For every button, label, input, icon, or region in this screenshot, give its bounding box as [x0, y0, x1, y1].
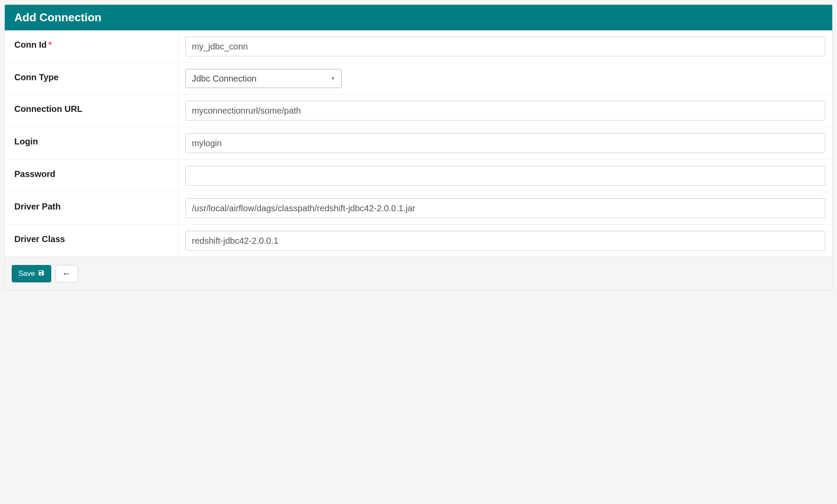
label-driver-path: Driver Path [5, 192, 178, 224]
connection-url-input[interactable] [185, 101, 825, 121]
label-driver-path-text: Driver Path [14, 202, 61, 212]
row-conn-type: Conn Type Jdbc Connection ▼ [5, 63, 832, 95]
label-login-text: Login [14, 137, 38, 147]
row-password: Password [5, 160, 832, 192]
cell-conn-id [178, 30, 832, 62]
save-button-label: Save [18, 269, 35, 278]
label-conn-id-text: Conn Id [14, 40, 46, 50]
driver-class-input[interactable] [185, 231, 825, 251]
label-login: Login [5, 127, 178, 159]
label-password: Password [5, 160, 178, 192]
panel-header: Add Connection [5, 5, 832, 30]
cell-password [178, 160, 832, 192]
cell-connection-url [178, 95, 832, 127]
add-connection-panel: Add Connection Conn Id * Conn Type Jdbc … [4, 4, 833, 291]
row-connection-url: Connection URL [5, 95, 832, 127]
required-asterisk-icon: * [48, 40, 52, 50]
arrow-left-icon: ← [62, 269, 72, 278]
save-button[interactable]: Save [12, 265, 51, 282]
label-connection-url-text: Connection URL [14, 104, 82, 114]
cell-driver-path [178, 192, 832, 224]
login-input[interactable] [185, 133, 825, 153]
label-conn-type-text: Conn Type [14, 72, 59, 82]
cell-conn-type: Jdbc Connection ▼ [178, 63, 832, 94]
row-login: Login [5, 127, 832, 160]
save-icon [38, 269, 45, 278]
connection-form: Conn Id * Conn Type Jdbc Connection ▼ [5, 30, 832, 257]
label-driver-class: Driver Class [5, 225, 178, 257]
password-input[interactable] [185, 166, 825, 186]
conn-type-select-value: Jdbc Connection [185, 69, 342, 88]
panel-footer: Save ← [5, 257, 832, 290]
cell-driver-class [178, 225, 832, 257]
driver-path-input[interactable] [185, 198, 825, 218]
label-driver-class-text: Driver Class [14, 234, 65, 244]
conn-id-input[interactable] [185, 36, 825, 56]
conn-type-select[interactable]: Jdbc Connection ▼ [185, 69, 342, 88]
panel-title: Add Connection [14, 11, 102, 24]
label-password-text: Password [14, 169, 55, 179]
back-button[interactable]: ← [56, 265, 78, 282]
row-conn-id: Conn Id * [5, 30, 832, 63]
cell-login [178, 127, 832, 159]
row-driver-path: Driver Path [5, 192, 832, 225]
conn-type-selected-text: Jdbc Connection [192, 74, 257, 84]
label-conn-type: Conn Type [5, 63, 178, 94]
label-conn-id: Conn Id * [5, 30, 178, 62]
label-connection-url: Connection URL [5, 95, 178, 127]
row-driver-class: Driver Class [5, 225, 832, 257]
